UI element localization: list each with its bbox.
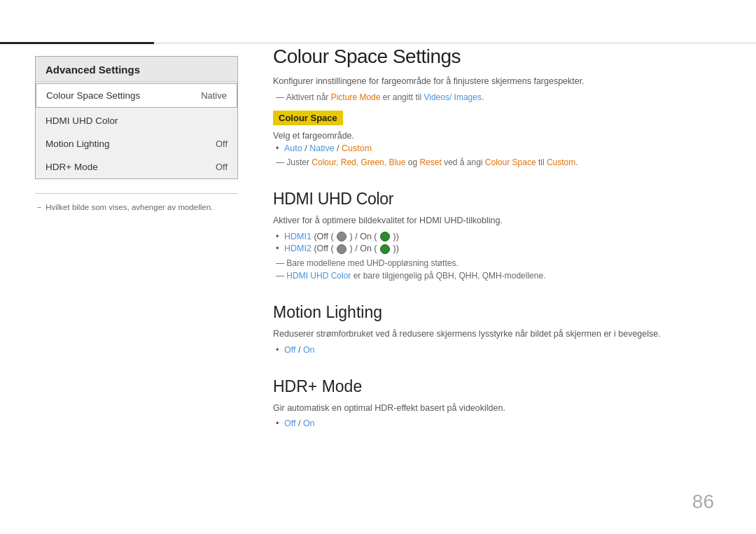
menu-item-label: HDR+ Mode	[46, 162, 98, 172]
note2-mid: og	[405, 157, 419, 167]
note2-reset: Reset	[419, 157, 441, 167]
colour-space-desc: Konfigurer innstillingene for fargeområd…	[273, 75, 721, 88]
menu-item-colour-space[interactable]: Colour Space Settings Native	[36, 83, 237, 108]
note2-custom: Custom	[547, 157, 575, 167]
menu-item-hdr[interactable]: HDR+ Mode Off	[36, 155, 237, 178]
hdmi2-sep: ) / On (	[350, 244, 377, 253]
hdmi2-label: HDMI2	[284, 244, 312, 253]
hdmi1-off-pre: (Off (	[314, 232, 333, 241]
note1-link2: Videos/ Images	[424, 92, 482, 102]
left-panel-footnote: Hvilket bilde som vises, avhenger av mod…	[35, 193, 238, 213]
note2-end2: til	[536, 157, 547, 167]
hdmi1-sep: ) / On (	[350, 232, 377, 241]
hdmi-note2-end: er bare tilgjengelig på QBH, QHH, QMH-mo…	[351, 271, 545, 281]
menu-item-value: Off	[216, 139, 227, 149]
motion-on: On	[303, 345, 315, 355]
motion-desc: Reduserer strømforbruket ved å redusere …	[273, 328, 721, 341]
motion-section: Motion Lighting Reduserer strømforbruket…	[273, 303, 721, 355]
colour-space-bullet-1: Auto / Native / Custom	[284, 143, 721, 153]
page-number: 86	[692, 491, 714, 513]
hdmi2-bullet: HDMI2 (Off ( ) / On ( ))	[284, 244, 721, 254]
hdr-bullet: Off / On	[284, 419, 721, 428]
hdmi2-off-circle	[337, 244, 346, 254]
hdmi1-off-circle	[337, 232, 346, 241]
hdr-title: HDR+ Mode	[273, 377, 721, 396]
colour-auto: Auto	[284, 143, 302, 153]
note2-cs: Colour Space	[485, 157, 536, 167]
note2-end: ved å angi	[442, 157, 485, 167]
top-bar-dark	[0, 42, 154, 44]
hdr-section: HDR+ Mode Gir automatisk en optimal HDR-…	[273, 377, 721, 429]
left-panel: Advanced Settings Colour Space Settings …	[35, 56, 238, 213]
hdmi1-label: HDMI1	[284, 232, 312, 241]
advanced-settings-box: Advanced Settings Colour Space Settings …	[35, 56, 238, 179]
hdmi2-off-pre: (Off (	[314, 244, 333, 253]
hdr-bullets: Off / On	[273, 419, 721, 428]
menu-item-value: Off	[216, 162, 227, 172]
menu-item-label: HDMI UHD Color	[46, 115, 118, 126]
colour-space-title: Colour Space Settings	[273, 45, 721, 68]
hdr-on: On	[303, 419, 315, 428]
top-bar-light	[154, 43, 756, 43]
hdr-sep: /	[298, 419, 303, 428]
hdmi-note1: Bare modellene med UHD-oppløsning støtte…	[273, 258, 721, 268]
colour-native: Native	[309, 143, 334, 153]
motion-off: Off	[284, 345, 295, 355]
hdmi-section: HDMI UHD Color Aktiver for å optimere bi…	[273, 190, 721, 281]
hdr-off: Off	[284, 419, 295, 428]
hdmi2-on-circle	[380, 244, 390, 254]
right-panel: Colour Space Settings Konfigurer innstil…	[273, 45, 721, 451]
colour-space-bullets: Auto / Native / Custom	[273, 143, 721, 153]
menu-item-value: Native	[201, 90, 227, 101]
hdmi1-bullet: HDMI1 (Off ( ) / On ( ))	[284, 232, 721, 242]
hdmi-bullets: HDMI1 (Off ( ) / On ( )) HDMI2 (Off ( ) …	[273, 232, 721, 254]
colour-space-note1: Aktivert når Picture Mode er angitt til …	[273, 92, 721, 102]
advanced-settings-title: Advanced Settings	[36, 57, 237, 82]
colour-custom: Custom	[342, 143, 372, 153]
menu-item-hdmi[interactable]: HDMI UHD Color	[36, 109, 237, 132]
menu-item-label: Motion Lighting	[46, 139, 110, 149]
hdmi1-close: ))	[393, 232, 398, 241]
motion-title: Motion Lighting	[273, 303, 721, 322]
colour-space-note2: Juster Colour, Red, Green, Blue og Reset…	[273, 157, 721, 167]
note1-pre: Aktivert når	[286, 92, 331, 102]
colour-space-subdesc: Velg et fargeområde.	[273, 131, 721, 141]
motion-bullets: Off / On	[273, 345, 721, 355]
hdmi1-on-circle	[380, 232, 390, 241]
hdmi-desc: Aktiver for å optimere bildekvalitet for…	[273, 214, 721, 227]
motion-sep: /	[298, 345, 303, 355]
note1-end: .	[482, 92, 484, 102]
colour-space-section: Colour Space Settings Konfigurer innstil…	[273, 45, 721, 167]
menu-item-motion[interactable]: Motion Lighting Off	[36, 132, 237, 155]
motion-bullet: Off / On	[284, 345, 721, 355]
hdmi-note2-link: HDMI UHD Color	[286, 271, 351, 281]
hdmi-note2: HDMI UHD Color er bare tilgjengelig på Q…	[273, 271, 721, 281]
menu-item-label: Colour Space Settings	[46, 90, 140, 101]
note2-end3: .	[575, 157, 578, 167]
note2-colours: Colour, Red, Green, Blue	[312, 157, 405, 167]
top-bar	[0, 42, 756, 43]
hdr-desc: Gir automatisk en optimal HDR-effekt bas…	[273, 402, 721, 415]
note1-mid: er angitt til	[380, 92, 424, 102]
note1-link1: Picture Mode	[331, 92, 381, 102]
note2-pre: Juster	[286, 157, 312, 167]
hdmi2-close: ))	[393, 244, 398, 253]
colour-sep2: /	[337, 143, 342, 153]
colour-space-highlight: Colour Space	[273, 111, 343, 125]
hdmi-title: HDMI UHD Color	[273, 190, 721, 209]
